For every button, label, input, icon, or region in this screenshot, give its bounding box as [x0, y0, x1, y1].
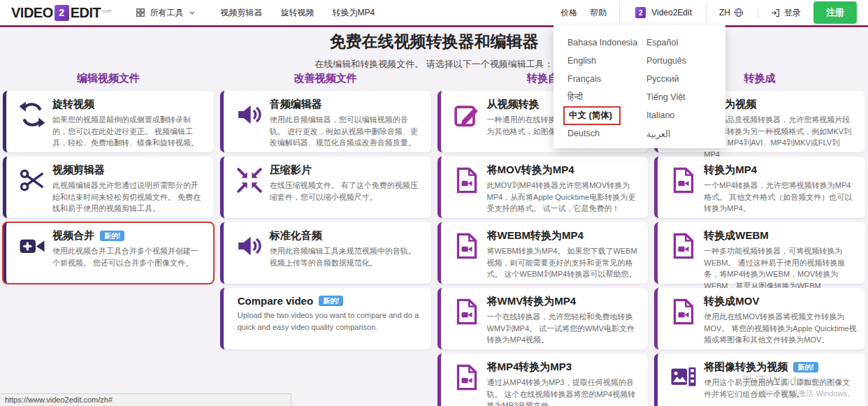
globe-icon: [734, 8, 744, 17]
card-mov-to-mp4[interactable]: 将MOV转换为MP4 此MOV到MP4转换器允许您将MOV转换为MP4，从而将A…: [437, 157, 649, 218]
lang-item-russian[interactable]: Русский: [646, 74, 720, 84]
lang-item-portugues[interactable]: Português: [646, 56, 720, 66]
card-compress-video[interactable]: 压缩影片 在线压缩视频文件。 有了这个免费的视频压缩套件，您可以缩小视频尺寸。: [220, 157, 431, 218]
card-description: 使用此视频合并工具合并多个视频并创建一个新视频。 您还可以合并多个图像文件。: [52, 245, 205, 268]
card-compare-video[interactable]: Compare video新的! Upload the two videos y…: [220, 288, 431, 349]
logo-2-document-icon: 2: [55, 5, 69, 21]
language-code: ZH: [719, 8, 730, 17]
file-video-icon: [447, 295, 487, 344]
help-link[interactable]: 帮助: [590, 7, 607, 19]
grid-icon: [136, 8, 145, 17]
lang-item-bahasa[interactable]: Bahasa Indonesia: [567, 38, 646, 48]
logo-text-video: VIDEO: [11, 5, 53, 21]
card-description: 此视频编辑器允许您通过说明所需部分的开始和结束时间来轻松剪切视频文件。 免费在线…: [52, 180, 205, 215]
card-title: 将WEBM转换为MP4: [487, 229, 640, 242]
card-convert-to-webm[interactable]: 转换成WEBM 一种多功能视频转换器，可将视频转换为WEBM。 通过这种易于使用…: [654, 222, 865, 284]
card-convert-to-mp4[interactable]: 转换为MP4 一个MP4转换器，允许您将视频转换为MP4格式。 其他文件格式（如…: [654, 157, 865, 218]
windows-activation-hint: 转到“设置”以激活 Windows。: [755, 389, 855, 399]
tool-cards-grid: 旋转视频 如果您的视频是颠倒的或侧置或翻转录制的，您可以在此处进行更正。 视频编…: [3, 91, 865, 406]
login-link[interactable]: 登录: [771, 7, 801, 19]
video2edit-app-link[interactable]: 2 Video2Edit: [619, 1, 707, 24]
card-description: 通过从MP4转换为MP3，提取任何视频的音轨。 这个在线视频转换器将您的MP4视…: [487, 377, 640, 406]
card-title: 将MOV转换为MP4: [487, 164, 640, 177]
card-description: 使用此音频编辑工具来规范视频中的音轨。 视频上传等的音频数据规范化。: [270, 245, 423, 268]
hero-section: 免费在线视频转换器和编辑器 在线编辑和转换视频文件。 请选择以下一个视频编辑工具…: [0, 31, 868, 71]
file-video-icon: [663, 295, 704, 344]
card-description: 如果您的视频是颠倒的或侧置或翻转录制的，您可以在此处进行更正。 视频编辑工具，轻…: [52, 114, 205, 149]
accent-divider: [0, 25, 868, 27]
lang-item-english[interactable]: English: [567, 56, 646, 66]
nav-convert-to-mp4[interactable]: 转换为MP4: [333, 7, 375, 19]
logo-suffix: com: [102, 8, 111, 13]
image-video-icon: [663, 361, 704, 406]
card-description: 一种多功能视频转换器，可将视频转换为WEBM。 通过这种易于使用的视频转换服务，…: [704, 245, 857, 291]
card-description: 在线压缩视频文件。 有了这个免费的视频压缩套件，您可以缩小视频尺寸。: [270, 180, 423, 203]
windows-activation-watermark: 激活 Windows: [742, 373, 818, 389]
column-headers: 编辑视频文件 改善视频文件 转换自 转换成: [3, 72, 865, 85]
nav-rotate-video[interactable]: 旋转视频: [281, 7, 314, 19]
card-title: 音频编辑器: [270, 98, 423, 111]
lang-item-deutsch[interactable]: Deutsch: [567, 129, 646, 138]
lang-item-hindi[interactable]: हिन्दी: [567, 92, 646, 103]
card-rotate-video[interactable]: 旋转视频 如果您的视频是颠倒的或侧置或翻转录制的，您可以在此处进行更正。 视频编…: [3, 91, 214, 152]
signup-button[interactable]: 注册: [813, 1, 857, 24]
page-subtitle: 在线编辑和转换视频文件。 请选择以下一个视频编辑工具：: [0, 58, 868, 71]
card-description: 一个MP4转换器，允许您将视频转换为MP4格式。 其他文件格式（如音频文件）也可…: [704, 180, 857, 215]
app-2-icon: 2: [635, 7, 646, 18]
card-title: 压缩影片: [270, 164, 423, 177]
file-video-icon: [447, 164, 487, 212]
card-audio-editor[interactable]: 音频编辑器 使用此音频编辑器，您可以编辑视频的音轨。 进行更改，例如从视频中删除…: [220, 91, 431, 152]
card-title: 转换为视频: [704, 98, 857, 111]
card-description: Upload the two videos you want to compar…: [238, 310, 423, 333]
card-merge-videos[interactable]: 视频合并新的! 使用此视频合并工具合并多个视频并创建一个新视频。 您还可以合并多…: [3, 222, 214, 284]
card-description: 将WEBM转换为MP4。 如果您下载了WEBM视频，则可能需要更好的支持和更常见…: [487, 245, 640, 280]
card-title: 将图像转换为视频: [704, 361, 788, 374]
card-title: 转换成WEBM: [704, 229, 857, 242]
file-video-icon: [663, 164, 704, 212]
file-video-icon: [663, 229, 704, 278]
login-label: 登录: [784, 7, 801, 19]
all-tools-label: 所有工具: [150, 7, 184, 19]
lang-item-francais[interactable]: Français: [567, 74, 646, 84]
card-title: 旋转视频: [52, 98, 205, 111]
link-preview-statusbar: https://www.video2edit.com/zh#: [0, 393, 291, 406]
lang-item-vietnamese[interactable]: Tiếng Việt: [646, 92, 720, 102]
lang-item-italiano[interactable]: Italiano: [646, 110, 720, 120]
site-logo[interactable]: VIDEO 2 EDIT com: [11, 5, 112, 21]
card-title: Compare video: [238, 295, 313, 307]
speaker-icon: [229, 98, 270, 147]
card-mp4-to-mp3[interactable]: 将MP4转换为MP3 通过从MP4转换为MP3，提取任何视频的音轨。 这个在线视…: [437, 354, 649, 406]
card-description: 使用此音频编辑器，您可以编辑视频的音轨。 进行更改，例如从视频中删除音频、更改编…: [270, 114, 423, 149]
column-header-edit-video: 编辑视频文件: [3, 72, 214, 85]
rotate-icon: [12, 98, 52, 147]
card-description: 使用此在线MOV转换器将视频文件转换为MOV。 将您的视频转换为Apple Qu…: [704, 311, 857, 346]
card-normalize-audio[interactable]: 标准化音频 使用此音频编辑工具来规范视频中的音轨。 视频上传等的音频数据规范化。: [220, 222, 431, 284]
pricing-link[interactable]: 价格: [560, 7, 577, 19]
language-selector[interactable]: ZH: [719, 8, 758, 17]
card-video-trimmer[interactable]: 视频剪辑器 此视频编辑器允许您通过说明所需部分的开始和结束时间来轻松剪切视频文件…: [3, 157, 214, 218]
card-description: 一个高品质视频转换器，允许您将视频片段或电影转换为另一种视频格式，例如MKV到M…: [704, 114, 857, 160]
card-wmv-to-mp4[interactable]: 将WMV转换为MP4 一个在线转换器，允许您轻松和免费地转换WMV到MP4。 试…: [437, 288, 649, 349]
lang-item-espanol[interactable]: Español: [646, 38, 720, 48]
file-video-icon: [447, 229, 487, 278]
language-dropdown: Bahasa Indonesia Español English Portugu…: [554, 25, 725, 148]
video-plus-icon: [12, 229, 52, 278]
compress-icon: [229, 164, 270, 212]
all-tools-menu[interactable]: 所有工具: [136, 7, 196, 19]
nav-video-trimmer[interactable]: 视频剪辑器: [221, 7, 263, 19]
file-video-icon: [447, 361, 487, 406]
new-badge: 新的!: [100, 231, 124, 241]
chevron-down-icon: [189, 9, 196, 16]
card-description: 此MOV到MP4转换器允许您将MOV转换为MP4，从而将Apple Quickt…: [487, 180, 640, 215]
header-right: 价格 帮助 2 Video2Edit ZH 登录 注册: [560, 1, 857, 24]
main-nav: 视频剪辑器 旋转视频 转换为MP4: [221, 7, 375, 19]
new-badge: 新的!: [793, 362, 818, 372]
column-header-improve-video: 改善视频文件: [220, 72, 431, 85]
lang-item-chinese-selected[interactable]: 中文 (简体): [563, 106, 621, 125]
card-title: 转换成MOV: [704, 295, 857, 308]
card-convert-to-mov[interactable]: 转换成MOV 使用此在线MOV转换器将视频文件转换为MOV。 将您的视频转换为A…: [654, 288, 865, 349]
header: VIDEO 2 EDIT com 所有工具 视频剪辑器 旋转视频 转换为MP4 …: [0, 0, 868, 25]
card-title: 视频合并: [52, 229, 94, 242]
card-webm-to-mp4[interactable]: 将WEBM转换为MP4 将WEBM转换为MP4。 如果您下载了WEBM视频，则可…: [437, 222, 649, 284]
lang-item-arabic[interactable]: العربية: [646, 129, 720, 139]
